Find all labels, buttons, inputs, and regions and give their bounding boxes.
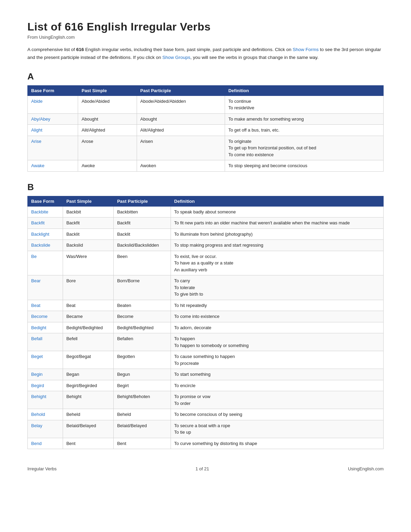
past-simple-cell: Begot/Begat xyxy=(63,351,113,369)
verb-link[interactable]: Beget xyxy=(31,354,43,359)
intro-text: A comprehensive list of 616 English irre… xyxy=(27,46,384,62)
definition-cell: To make amends for something wrong xyxy=(225,113,383,125)
table-header: Base Form xyxy=(28,196,63,206)
verb-link[interactable]: Aby/Abey xyxy=(31,116,50,122)
past-simple-cell: Behight xyxy=(63,391,113,409)
verb-link[interactable]: Belay xyxy=(31,423,42,428)
show-groups-link[interactable]: Show Groups xyxy=(162,55,190,60)
past-participle-cell: Befallen xyxy=(113,333,171,351)
past-simple-cell: Awoke xyxy=(78,160,137,172)
verb-link[interactable]: Abide xyxy=(31,99,42,104)
past-simple-cell: Beheld xyxy=(63,409,113,420)
past-simple-cell: Bore xyxy=(63,275,113,300)
table-row: BefallBefellBefallenTo happenTo happen t… xyxy=(28,333,384,351)
table-row: BeWas/WereBeenTo exist, live or occur.To… xyxy=(28,251,384,275)
definition-cell: To illuminate from behind (photography) xyxy=(171,228,383,240)
past-simple-cell: Backbit xyxy=(63,206,113,218)
definition-cell: To secure a boat with a ropeTo tie up xyxy=(171,420,383,438)
table-row: BearBoreBorn/BorneTo carryTo tolerateTo … xyxy=(28,275,384,300)
table-row: BeatBeatBeatenTo hit repeatedly xyxy=(28,300,384,311)
table-row: BegetBegot/BegatBegottenTo cause somethi… xyxy=(28,351,384,369)
verbs-table-A: Base FormPast SimplePast ParticipleDefin… xyxy=(27,85,384,172)
table-row: BackslideBackslidBackslid/BacksliddenTo … xyxy=(28,240,384,251)
verb-link[interactable]: Befall xyxy=(31,336,42,341)
table-row: BedightBedight/BedightedBedight/Bedighte… xyxy=(28,322,384,333)
section-letter-A: A xyxy=(27,71,384,82)
definition-cell: To become conscious of by seeing xyxy=(171,409,383,420)
past-participle-cell: Backslid/Backslidden xyxy=(113,240,171,251)
verb-link[interactable]: Arise xyxy=(31,139,41,144)
table-row: BehightBehightBehight/BehotenTo promise … xyxy=(28,391,384,409)
page-footer: Irregular Verbs 1 of 21 UsingEnglish.com xyxy=(27,463,384,471)
past-participle-cell: Belaid/Belayed xyxy=(113,420,171,438)
table-row: BeginBeganBegunTo start something xyxy=(28,369,384,380)
past-simple-cell: Backslid xyxy=(63,240,113,251)
past-participle-cell: Awoken xyxy=(137,160,225,172)
table-row: BegirdBegirt/BegirdedBegirtTo encircle xyxy=(28,380,384,391)
past-participle-cell: Beaten xyxy=(113,300,171,311)
table-header: Past Simple xyxy=(78,85,137,96)
past-simple-cell: Began xyxy=(63,369,113,380)
verb-link[interactable]: Begird xyxy=(31,383,44,388)
footer-center: 1 of 21 xyxy=(196,466,209,471)
table-row: BelayBelaid/BelayedBelaid/BelayedTo secu… xyxy=(28,420,384,438)
past-simple-cell: Backlit xyxy=(63,228,113,240)
definition-cell: To fit new parts into an older machine t… xyxy=(171,218,383,229)
verb-link[interactable]: Backlight xyxy=(31,232,49,237)
definition-cell: To come into existence xyxy=(171,311,383,322)
definition-cell: To exist, live or occur.To have as a qua… xyxy=(171,251,383,275)
past-simple-cell: Was/Were xyxy=(63,251,113,275)
table-row: AriseAroseArisenTo originateTo get up fr… xyxy=(28,136,384,160)
verb-link[interactable]: Alight xyxy=(31,127,42,133)
definition-cell: To stop making progress and start regres… xyxy=(171,240,383,251)
table-row: BeholdBeheldBeheldTo become conscious of… xyxy=(28,409,384,420)
subtitle: From UsingEnglish.com xyxy=(27,35,384,40)
verb-link[interactable]: Beat xyxy=(31,303,40,308)
table-row: BecomeBecameBecomeTo come into existence xyxy=(28,311,384,322)
verb-link[interactable]: Bear xyxy=(31,278,40,283)
verbs-table-B: Base FormPast SimplePast ParticipleDefin… xyxy=(27,196,384,449)
past-participle-cell: Backlit xyxy=(113,228,171,240)
definition-cell: To promise or vowTo order xyxy=(171,391,383,409)
past-participle-cell: Begun xyxy=(113,369,171,380)
past-simple-cell: Became xyxy=(63,311,113,322)
definition-cell: To encircle xyxy=(171,380,383,391)
past-simple-cell: Belaid/Belayed xyxy=(63,420,113,438)
verb-link[interactable]: Backfit xyxy=(31,220,45,225)
past-simple-cell: Begirt/Begirded xyxy=(63,380,113,391)
definition-cell: To hit repeatedly xyxy=(171,300,383,311)
definition-cell: To adorn, decorate xyxy=(171,322,383,333)
table-row: BackfitBackfitBackfitTo fit new parts in… xyxy=(28,218,384,229)
past-simple-cell: Backfit xyxy=(63,218,113,229)
past-simple-cell: Abought xyxy=(78,113,137,125)
table-row: AbideAbode/AbidedAbode/Abided/AbiddenTo … xyxy=(28,96,384,113)
verb-link[interactable]: Become xyxy=(31,314,48,319)
verb-link[interactable]: Behight xyxy=(31,394,46,399)
past-participle-cell: Arisen xyxy=(137,136,225,160)
past-simple-cell: Alit/Alighted xyxy=(78,125,137,136)
definition-cell: To stop sleeping and become conscious xyxy=(225,160,383,172)
past-participle-cell: Beheld xyxy=(113,409,171,420)
past-simple-cell: Bent xyxy=(63,438,113,449)
past-participle-cell: Begirt xyxy=(113,380,171,391)
verb-link[interactable]: Backslide xyxy=(31,243,50,248)
table-header: Past Participle xyxy=(137,85,225,96)
verb-link[interactable]: Bend xyxy=(31,441,41,446)
verb-link[interactable]: Bedight xyxy=(31,325,46,330)
past-participle-cell: Backfit xyxy=(113,218,171,229)
table-row: BackbiteBackbitBackbittenTo speak badly … xyxy=(28,206,384,218)
definition-cell: To carryTo tolerateTo give birth to xyxy=(171,275,383,300)
verb-link[interactable]: Behold xyxy=(31,412,45,417)
definition-cell: To curve something by distorting its sha… xyxy=(171,438,383,449)
verb-link[interactable]: Be xyxy=(31,254,37,259)
verb-link[interactable]: Begin xyxy=(31,372,42,377)
table-header: Past Participle xyxy=(113,196,171,206)
verb-link[interactable]: Awake xyxy=(31,163,45,168)
past-participle-cell: Begotten xyxy=(113,351,171,369)
show-forms-link[interactable]: Show Forms xyxy=(292,47,319,52)
past-simple-cell: Arose xyxy=(78,136,137,160)
section-letter-B: B xyxy=(27,182,384,193)
table-row: AwakeAwokeAwokenTo stop sleeping and bec… xyxy=(28,160,384,172)
table-header: Definition xyxy=(171,196,383,206)
verb-link[interactable]: Backbite xyxy=(31,209,48,214)
